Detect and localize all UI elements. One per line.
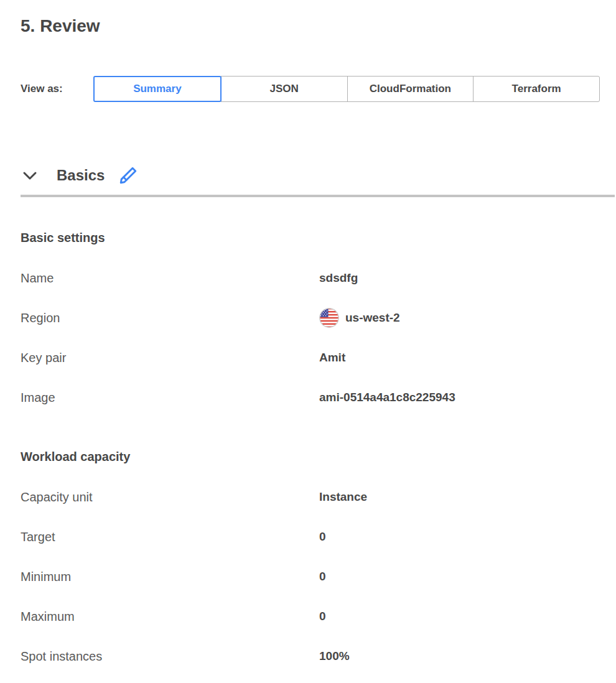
row-value: ami-0514a4a1c8c225943	[319, 391, 616, 404]
row-maximum: Maximum 0	[21, 597, 616, 636]
us-flag-icon	[319, 308, 339, 328]
page-title: 5. Review	[21, 16, 616, 36]
row-capacity-unit: Capacity unit Instance	[21, 477, 616, 517]
row-label: Region	[21, 311, 319, 325]
row-image: Image ami-0514a4a1c8c225943	[21, 378, 616, 417]
edit-basics-button[interactable]	[118, 165, 138, 185]
edit-pencil-icon	[118, 165, 138, 185]
view-as-json-button[interactable]: JSON	[221, 76, 348, 102]
basics-section-title: Basics	[57, 167, 105, 184]
row-label: Maximum	[21, 610, 319, 624]
collapse-basics-button[interactable]	[22, 167, 38, 184]
row-label: Target	[21, 530, 319, 544]
row-value: 0	[319, 610, 616, 623]
row-label: Capacity unit	[21, 490, 319, 504]
basics-section-header: Basics	[22, 162, 616, 189]
basics-divider	[21, 195, 615, 197]
row-label: Name	[21, 271, 319, 286]
view-as-label: View as:	[21, 76, 93, 102]
row-value: 0	[319, 570, 616, 583]
row-value: 100%	[319, 649, 616, 663]
row-value: us-west-2	[319, 308, 616, 328]
row-key-pair: Key pair Amit	[21, 338, 616, 378]
basic-settings-rows: Name sdsdfg Region	[21, 258, 616, 417]
row-label: Image	[21, 391, 319, 405]
row-region: Region	[21, 298, 616, 338]
view-as-row: View as: Summary JSON CloudFormation Ter…	[21, 76, 616, 102]
view-as-summary-button[interactable]: Summary	[93, 76, 222, 102]
row-spot-instances: Spot instances 100%	[21, 636, 616, 676]
row-value: sdsdfg	[319, 271, 616, 285]
row-label: Minimum	[21, 570, 319, 584]
row-value: Amit	[319, 351, 616, 365]
workload-capacity-heading: Workload capacity	[21, 448, 616, 465]
row-label: Key pair	[21, 351, 319, 365]
row-value: 0	[319, 530, 616, 544]
basic-settings-heading: Basic settings	[21, 230, 616, 246]
chevron-down-icon	[22, 167, 38, 184]
row-label: Spot instances	[21, 649, 319, 664]
row-value: Instance	[319, 490, 616, 504]
row-minimum: Minimum 0	[21, 557, 616, 597]
view-as-terraform-button[interactable]: Terraform	[473, 76, 600, 102]
view-as-button-group: Summary JSON CloudFormation Terraform	[93, 76, 600, 102]
region-value-text: us-west-2	[345, 311, 400, 325]
review-step-page: 5. Review View as: Summary JSON CloudFor…	[0, 16, 616, 683]
row-name: Name sdsdfg	[21, 258, 616, 298]
workload-capacity-rows: Capacity unit Instance Target 0 Minimum …	[21, 477, 616, 676]
view-as-cloudformation-button[interactable]: CloudFormation	[347, 76, 474, 102]
row-target: Target 0	[21, 517, 616, 557]
